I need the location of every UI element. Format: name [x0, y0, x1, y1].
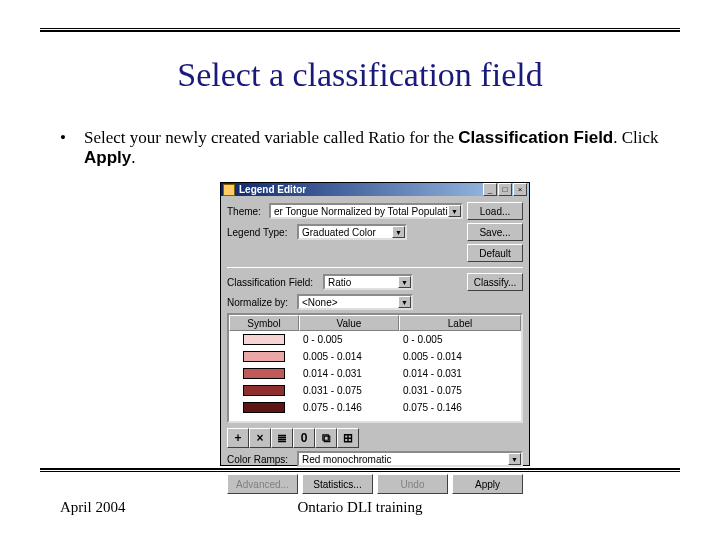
- slide-title: Select a classification field: [0, 56, 720, 94]
- normalize-combo[interactable]: <None> ▼: [297, 294, 413, 310]
- apply-button[interactable]: Apply: [452, 474, 523, 494]
- bullet-mid: . Click: [613, 128, 658, 147]
- grid-header: Symbol Value Label: [229, 315, 521, 331]
- default-button[interactable]: Default: [467, 244, 523, 262]
- window-title: Legend Editor: [239, 184, 483, 195]
- dropdown-icon[interactable]: ▼: [448, 205, 461, 217]
- window-controls: _ □ ×: [483, 183, 527, 196]
- bullet-bold-2: Apply: [84, 148, 131, 167]
- dropdown-icon[interactable]: ▼: [508, 453, 521, 465]
- toolbar-button-0[interactable]: +: [227, 428, 249, 448]
- class-field-combo[interactable]: Ratio ▼: [323, 274, 413, 290]
- toolbar-button-4[interactable]: ⧉: [315, 428, 337, 448]
- color-swatch: [243, 402, 285, 413]
- symbol-cell[interactable]: [229, 385, 299, 396]
- color-swatch: [243, 351, 285, 362]
- app-icon: [223, 184, 235, 196]
- value-cell[interactable]: 0.031 - 0.075: [299, 385, 399, 396]
- bottom-buttons: Advanced... Statistics... Undo Apply: [227, 474, 523, 494]
- legend-type-label: Legend Type:: [227, 227, 293, 238]
- dialog-body: Theme: er Tongue Normalized by Total Pop…: [221, 196, 529, 498]
- color-ramps-row: Color Ramps: Red monochromatic ▼: [227, 451, 523, 467]
- dropdown-icon[interactable]: ▼: [398, 296, 411, 308]
- label-cell[interactable]: 0.005 - 0.014: [399, 351, 521, 362]
- col-label-header[interactable]: Label: [399, 315, 521, 331]
- advanced-button[interactable]: Advanced...: [227, 474, 298, 494]
- col-value-header[interactable]: Value: [299, 315, 399, 331]
- slide: Select a classification field • Select y…: [0, 0, 720, 540]
- legend-type-row: Legend Type: Graduated Color ▼ Save...: [227, 223, 523, 241]
- value-cell[interactable]: 0.075 - 0.146: [299, 402, 399, 413]
- footer: April 2004 Ontario DLI training: [60, 499, 660, 516]
- separator: [227, 267, 523, 268]
- bullet-text: Select your newly created variable calle…: [84, 128, 660, 168]
- grid-row[interactable]: 0 - 0.0050 - 0.005: [229, 331, 521, 348]
- symbol-cell[interactable]: [229, 351, 299, 362]
- bullet-marker: •: [60, 128, 70, 148]
- dropdown-icon[interactable]: ▼: [398, 276, 411, 288]
- value-cell[interactable]: 0.014 - 0.031: [299, 368, 399, 379]
- toolbar-button-2[interactable]: ≣: [271, 428, 293, 448]
- classification-grid: Symbol Value Label 0 - 0.0050 - 0.0050.0…: [227, 313, 523, 423]
- grid-row[interactable]: 0.005 - 0.0140.005 - 0.014: [229, 348, 521, 365]
- rule-bottom: [40, 468, 680, 472]
- default-row: Default: [227, 244, 523, 262]
- maximize-button[interactable]: □: [498, 183, 512, 196]
- legend-type-combo[interactable]: Graduated Color ▼: [297, 224, 407, 240]
- class-field-row: Classification Field: Ratio ▼ Classify..…: [227, 273, 523, 291]
- dropdown-icon[interactable]: ▼: [392, 226, 405, 238]
- grid-toolbar: +×≣0⧉⊞: [227, 428, 523, 448]
- label-cell[interactable]: 0 - 0.005: [399, 334, 521, 345]
- symbol-cell[interactable]: [229, 402, 299, 413]
- minimize-button[interactable]: _: [483, 183, 497, 196]
- color-swatch: [243, 368, 285, 379]
- color-swatch: [243, 334, 285, 345]
- toolbar-button-5[interactable]: ⊞: [337, 428, 359, 448]
- color-ramps-combo[interactable]: Red monochromatic ▼: [297, 451, 523, 467]
- color-ramps-label: Color Ramps:: [227, 454, 293, 465]
- legend-type-value: Graduated Color: [302, 227, 376, 238]
- legend-editor-window: Legend Editor _ □ × Theme: er Tongue Nor…: [220, 182, 530, 466]
- toolbar-button-3[interactable]: 0: [293, 428, 315, 448]
- theme-row: Theme: er Tongue Normalized by Total Pop…: [227, 202, 523, 220]
- load-button[interactable]: Load...: [467, 202, 523, 220]
- bullet-area: • Select your newly created variable cal…: [60, 128, 660, 168]
- save-button[interactable]: Save...: [467, 223, 523, 241]
- toolbar-button-1[interactable]: ×: [249, 428, 271, 448]
- grid-row[interactable]: 0.014 - 0.0310.014 - 0.031: [229, 365, 521, 382]
- value-cell[interactable]: 0.005 - 0.014: [299, 351, 399, 362]
- close-button[interactable]: ×: [513, 183, 527, 196]
- grid-body: 0 - 0.0050 - 0.0050.005 - 0.0140.005 - 0…: [229, 331, 521, 421]
- label-cell[interactable]: 0.031 - 0.075: [399, 385, 521, 396]
- theme-combo[interactable]: er Tongue Normalized by Total Population…: [269, 203, 463, 219]
- class-field-label: Classification Field:: [227, 277, 319, 288]
- rule-top: [40, 28, 680, 32]
- bullet-item: • Select your newly created variable cal…: [60, 128, 660, 168]
- label-cell[interactable]: 0.014 - 0.031: [399, 368, 521, 379]
- theme-label: Theme:: [227, 206, 265, 217]
- value-cell[interactable]: 0 - 0.005: [299, 334, 399, 345]
- normalize-value: <None>: [302, 297, 338, 308]
- class-field-value: Ratio: [328, 277, 351, 288]
- grid-row[interactable]: 0.075 - 0.1460.075 - 0.146: [229, 399, 521, 416]
- symbol-cell[interactable]: [229, 334, 299, 345]
- theme-value: er Tongue Normalized by Total Population: [274, 206, 459, 217]
- statistics-button[interactable]: Statistics...: [302, 474, 373, 494]
- color-ramps-value: Red monochromatic: [302, 454, 391, 465]
- bullet-bold-1: Classification Field: [458, 128, 613, 147]
- titlebar[interactable]: Legend Editor _ □ ×: [221, 183, 529, 196]
- legend-editor-screenshot: Legend Editor _ □ × Theme: er Tongue Nor…: [220, 182, 530, 466]
- undo-button[interactable]: Undo: [377, 474, 448, 494]
- symbol-cell[interactable]: [229, 368, 299, 379]
- col-symbol-header[interactable]: Symbol: [229, 315, 299, 331]
- label-cell[interactable]: 0.075 - 0.146: [399, 402, 521, 413]
- normalize-label: Normalize by:: [227, 297, 293, 308]
- bullet-post: .: [131, 148, 135, 167]
- color-swatch: [243, 385, 285, 396]
- classify-button[interactable]: Classify...: [467, 273, 523, 291]
- normalize-row: Normalize by: <None> ▼: [227, 294, 523, 310]
- footer-center: Ontario DLI training: [60, 499, 660, 516]
- grid-row[interactable]: 0.031 - 0.0750.031 - 0.075: [229, 382, 521, 399]
- bullet-pre: Select your newly created variable calle…: [84, 128, 458, 147]
